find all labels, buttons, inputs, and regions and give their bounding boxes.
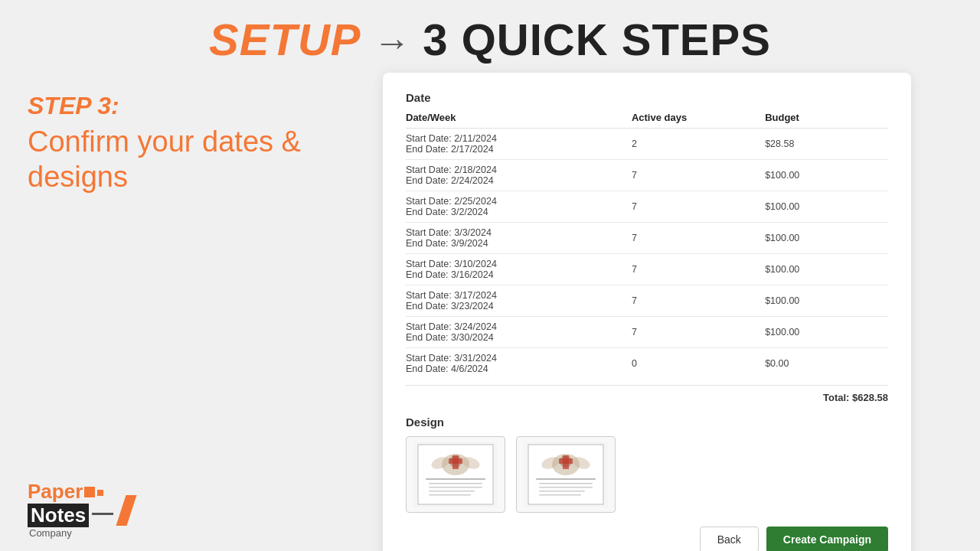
budget-cell: $100.00	[765, 254, 888, 285]
date-week-cell: Start Date: 3/3/2024 End Date: 3/9/2024	[406, 223, 632, 254]
start-date: Start Date: 2/25/2024	[406, 196, 632, 207]
table-row: Start Date: 3/24/2024 End Date: 3/30/202…	[406, 317, 888, 348]
svg-rect-22	[539, 483, 593, 484]
end-date: End Date: 2/24/2024	[406, 175, 632, 186]
date-week-cell: Start Date: 2/25/2024 End Date: 3/2/2024	[406, 191, 632, 223]
arrow-icon: →	[374, 22, 410, 63]
table-row: Start Date: 2/18/2024 End Date: 2/24/202…	[406, 160, 888, 191]
steps-text: 3 QUICK STEPS	[423, 15, 771, 64]
table-row: Start Date: 3/17/2024 End Date: 3/23/202…	[406, 285, 888, 317]
design-thumbnail-1[interactable]	[406, 436, 505, 513]
table-row: Start Date: 3/31/2024 End Date: 4/6/2024…	[406, 348, 888, 380]
budget-cell: $100.00	[765, 160, 888, 191]
budget-cell: $0.00	[765, 348, 888, 380]
back-button[interactable]: Back	[700, 527, 759, 551]
logo-slash-icon	[116, 495, 137, 526]
date-week-cell: Start Date: 3/31/2024 End Date: 4/6/2024	[406, 348, 632, 380]
start-date: Start Date: 3/31/2024	[406, 353, 632, 364]
page-header: SETUP → 3 QUICK STEPS	[0, 0, 980, 73]
design-section-title: Design	[406, 416, 888, 429]
budget-cell: $100.00	[765, 317, 888, 348]
budget-cell: $100.00	[765, 191, 888, 223]
svg-rect-25	[539, 494, 581, 496]
active-days-cell: 7	[632, 285, 765, 317]
date-week-cell: Start Date: 3/24/2024 End Date: 3/30/202…	[406, 317, 632, 348]
table-row: Start Date: 3/10/2024 End Date: 3/16/202…	[406, 254, 888, 285]
logo-company: Company	[29, 527, 113, 539]
date-week-cell: Start Date: 3/17/2024 End Date: 3/23/202…	[406, 285, 632, 317]
active-days-cell: 7	[632, 254, 765, 285]
svg-rect-11	[429, 491, 475, 492]
active-days-cell: 0	[632, 348, 765, 380]
svg-rect-12	[429, 494, 471, 496]
logo-notes: Notes	[28, 504, 89, 527]
main-card: Date Date/Week Active days Budget Start …	[383, 73, 911, 551]
col-header-date-week: Date/Week	[406, 112, 632, 129]
budget-cell: $100.00	[765, 223, 888, 254]
start-date: Start Date: 3/3/2024	[406, 227, 632, 238]
active-days-cell: 7	[632, 317, 765, 348]
svg-rect-23	[539, 487, 593, 488]
end-date: End Date: 3/2/2024	[406, 207, 632, 217]
step-description: Confirm your dates & designs	[28, 125, 318, 194]
date-week-cell: Start Date: 3/10/2024 End Date: 3/16/202…	[406, 254, 632, 285]
end-date: End Date: 4/6/2024	[406, 364, 632, 374]
left-panel: STEP 3: Confirm your dates & designs	[28, 92, 318, 194]
start-date: Start Date: 2/18/2024	[406, 165, 632, 175]
table-row: Start Date: 3/3/2024 End Date: 3/9/2024 …	[406, 223, 888, 254]
design-image-1	[407, 437, 505, 512]
table-row: Start Date: 2/11/2024 End Date: 2/17/202…	[406, 129, 888, 160]
step-label: STEP 3:	[28, 92, 318, 120]
design-image-2	[517, 437, 615, 512]
active-days-cell: 2	[632, 129, 765, 160]
footer-buttons: Back Create Campaign	[406, 527, 888, 551]
date-table: Date/Week Active days Budget Start Date:…	[406, 112, 888, 379]
date-week-cell: Start Date: 2/11/2024 End Date: 2/17/202…	[406, 129, 632, 160]
budget-cell: $28.58	[765, 129, 888, 160]
col-header-active-days: Active days	[632, 112, 765, 129]
svg-rect-10	[429, 487, 482, 488]
budget-cell: $100.00	[765, 285, 888, 317]
design-thumbnail-2[interactable]	[516, 436, 616, 513]
active-days-cell: 7	[632, 223, 765, 254]
active-days-cell: 7	[632, 160, 765, 191]
end-date: End Date: 3/16/2024	[406, 269, 632, 280]
start-date: Start Date: 3/10/2024	[406, 259, 632, 269]
svg-rect-24	[539, 491, 585, 492]
create-campaign-button[interactable]: Create Campaign	[766, 527, 888, 551]
svg-rect-7	[449, 458, 462, 464]
date-section-title: Date	[406, 91, 888, 104]
end-date: End Date: 3/30/2024	[406, 332, 632, 343]
setup-text: SETUP	[209, 15, 361, 64]
svg-rect-20	[559, 458, 573, 464]
svg-rect-8	[426, 478, 485, 480]
logo-dash-icon	[92, 513, 113, 515]
logo: Paper Notes Company	[28, 480, 132, 539]
start-date: Start Date: 2/11/2024	[406, 133, 632, 144]
svg-rect-9	[429, 483, 482, 484]
design-thumbnails	[406, 436, 888, 513]
end-date: End Date: 2/17/2024	[406, 144, 632, 155]
end-date: End Date: 3/23/2024	[406, 301, 632, 311]
logo-square-small-icon	[97, 490, 103, 496]
end-date: End Date: 3/9/2024	[406, 238, 632, 249]
design-section: Design	[406, 416, 888, 513]
logo-paper: Paper	[28, 480, 83, 504]
start-date: Start Date: 3/24/2024	[406, 321, 632, 332]
col-header-budget: Budget	[765, 112, 888, 129]
date-week-cell: Start Date: 2/18/2024 End Date: 2/24/202…	[406, 160, 632, 191]
logo-square-icon	[84, 487, 95, 497]
start-date: Start Date: 3/17/2024	[406, 290, 632, 301]
svg-rect-21	[536, 478, 596, 480]
table-row: Start Date: 2/25/2024 End Date: 3/2/2024…	[406, 191, 888, 223]
active-days-cell: 7	[632, 191, 765, 223]
total-row: Total: $628.58	[406, 385, 888, 406]
